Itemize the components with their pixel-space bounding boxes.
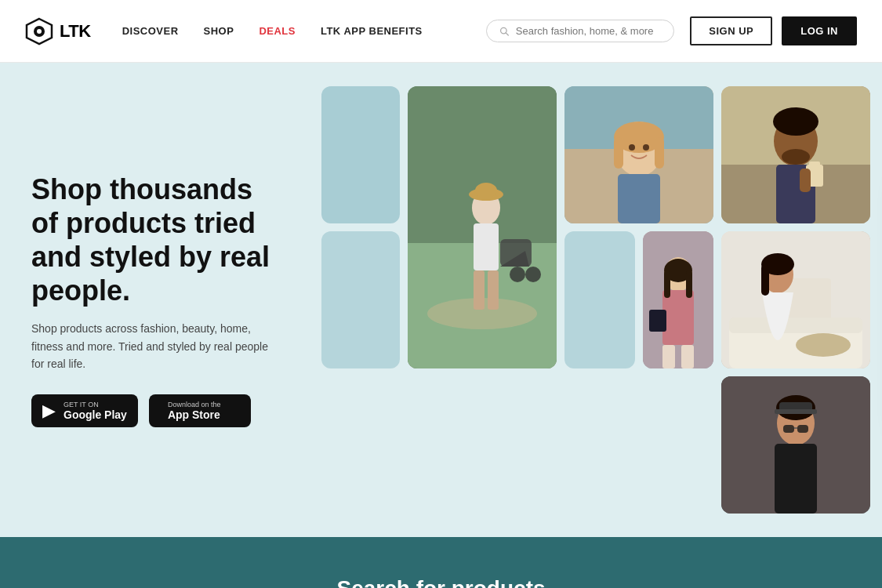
photo-woman-stroller	[408, 86, 557, 368]
svg-point-25	[643, 144, 649, 151]
svg-rect-59	[797, 425, 808, 433]
svg-rect-40	[809, 162, 820, 168]
hero-left: Shop thousands of products tried and sty…	[31, 172, 298, 428]
svg-rect-57	[775, 409, 817, 414]
svg-rect-9	[474, 223, 499, 270]
svg-rect-58	[783, 425, 794, 433]
svg-rect-29	[662, 345, 675, 368]
placeholder-box-2	[321, 231, 400, 368]
svg-rect-41	[800, 169, 811, 192]
hero-subtext: Shop products across fashion, beauty, ho…	[31, 320, 282, 372]
svg-point-13	[525, 267, 541, 282]
nav-app-benefits[interactable]: LTK APP BENEFITS	[321, 25, 423, 37]
google-play-icon: ▶	[42, 401, 56, 421]
img-col-4	[721, 86, 870, 514]
svg-rect-33	[686, 270, 692, 298]
nav-deals[interactable]: DEALS	[259, 25, 296, 37]
svg-rect-51	[761, 264, 769, 296]
nav-links: DISCOVER SHOP DEALS LTK APP BENEFITS	[122, 25, 487, 37]
svg-rect-10	[474, 270, 485, 310]
nav-discover[interactable]: DISCOVER	[122, 25, 179, 37]
svg-rect-54	[775, 444, 817, 514]
hero-heading: Shop thousands of products tried and sty…	[31, 172, 282, 308]
photo-white-dress	[721, 231, 870, 368]
svg-point-43	[782, 149, 810, 165]
svg-point-12	[510, 267, 525, 282]
photo-pink-blazer	[643, 231, 713, 368]
nav-search-bar[interactable]	[486, 20, 674, 42]
svg-rect-28	[662, 290, 694, 345]
login-button[interactable]: LOG IN	[782, 16, 857, 45]
photo-man-coffee	[721, 86, 870, 223]
app-store-text: Download on the App Store	[168, 401, 221, 421]
nav-buttons: SIGN UP LOG IN	[690, 16, 857, 45]
nav-search-input[interactable]	[516, 25, 661, 37]
svg-point-42	[773, 107, 818, 136]
search-icon	[499, 26, 510, 37]
hero-section: Shop thousands of products tried and sty…	[0, 63, 882, 537]
svg-rect-20	[618, 174, 660, 223]
svg-line-4	[506, 32, 508, 34]
svg-rect-32	[664, 270, 670, 298]
search-section: Search for products	[0, 537, 882, 588]
svg-rect-11	[488, 270, 499, 310]
search-title: Search for products	[31, 576, 851, 588]
svg-rect-34	[649, 310, 666, 332]
svg-rect-47	[729, 318, 862, 333]
logo-text: LTK	[60, 21, 91, 42]
svg-point-2	[37, 29, 42, 34]
placeholder-box-1	[321, 86, 400, 223]
img-col-1	[321, 86, 400, 514]
img-col-2	[408, 86, 557, 514]
hero-images	[321, 86, 870, 514]
svg-rect-14	[500, 239, 532, 267]
svg-point-24	[629, 144, 635, 151]
svg-rect-30	[681, 345, 694, 368]
app-store-button[interactable]: Download on the App Store	[149, 394, 251, 427]
navbar: LTK DISCOVER SHOP DEALS LTK APP BENEFITS…	[0, 0, 882, 63]
placeholder-box-3	[564, 231, 635, 368]
svg-point-16	[475, 183, 497, 198]
nav-shop[interactable]: SHOP	[204, 25, 234, 37]
google-play-text: GET IT ON Google Play	[64, 401, 127, 421]
svg-rect-22	[614, 137, 623, 169]
photo-dark-jacket	[721, 376, 870, 514]
svg-rect-23	[655, 137, 664, 169]
app-buttons: ▶ GET IT ON Google Play Download on the …	[31, 394, 282, 427]
logo[interactable]: LTK	[25, 17, 91, 45]
img-col-3	[564, 86, 713, 514]
svg-point-48	[796, 333, 851, 357]
signup-button[interactable]: SIGN UP	[690, 16, 772, 45]
photo-smiling-woman	[564, 86, 713, 223]
google-play-button[interactable]: ▶ GET IT ON Google Play	[31, 394, 138, 427]
